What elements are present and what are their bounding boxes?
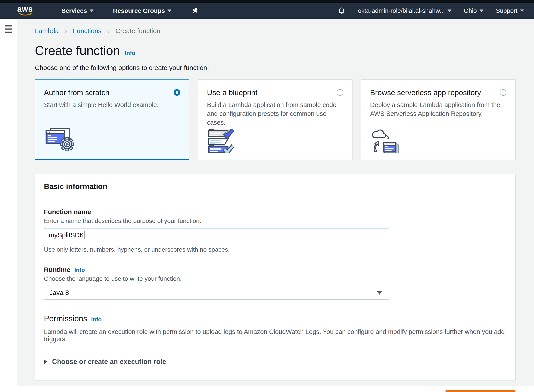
runtime-select[interactable]: Java 8	[44, 286, 389, 299]
card-title: Author from scratch	[44, 88, 109, 97]
runtime-label: Runtime	[44, 266, 70, 273]
chevron-right-icon: ›	[107, 28, 110, 34]
title-info-link[interactable]: Info	[125, 50, 135, 56]
card-description: Build a Lambda application from sample c…	[207, 100, 343, 127]
expander-arrow-icon	[44, 359, 47, 364]
notifications-bell-button[interactable]	[338, 7, 346, 15]
main-content: Lambda › Functions › Create function Cre…	[17, 19, 534, 386]
card-title: Browse serverless app repository	[370, 88, 481, 97]
permissions-info-link[interactable]: Info	[91, 316, 102, 323]
function-name-input[interactable]	[44, 228, 389, 242]
nav-region-menu[interactable]: Ohio	[464, 7, 483, 14]
runtime-selected-value: Java 8	[49, 289, 69, 296]
creation-option-cards: Author from scratch Start with a simple …	[35, 79, 515, 160]
execution-role-expander-label: Choose or create an execution role	[52, 358, 166, 366]
aws-smile-icon	[18, 12, 32, 16]
dropdown-caret-icon	[377, 291, 382, 295]
footer-actions: Cancel Create function	[35, 390, 515, 392]
aws-logo[interactable]: aws	[17, 6, 33, 16]
breadcrumb-lambda[interactable]: Lambda	[35, 27, 59, 35]
runtime-field: Runtime Info Choose the language to use …	[44, 266, 506, 299]
hamburger-menu-button[interactable]	[5, 24, 12, 36]
pushpin-icon	[191, 7, 199, 15]
chevron-down-icon	[447, 9, 451, 12]
radio-use-a-blueprint[interactable]	[337, 89, 343, 96]
chevron-down-icon	[479, 9, 483, 12]
breadcrumb-functions[interactable]: Functions	[73, 27, 102, 35]
function-name-hint: Use only letters, numbers, hyphens, or u…	[44, 246, 506, 253]
chevron-down-icon	[167, 9, 172, 12]
window-top-strip	[0, 0, 534, 3]
function-name-field: Function name Enter a name that describe…	[44, 208, 506, 253]
page-title: Create function	[35, 43, 120, 58]
nav-pin-button[interactable]	[191, 7, 199, 15]
card-author-from-scratch[interactable]: Author from scratch Start with a simple …	[35, 79, 189, 160]
function-name-description: Enter a name that describes the purpose …	[44, 217, 506, 224]
bell-icon	[338, 7, 346, 15]
permissions-section: Permissions Info Lambda will create an e…	[44, 314, 506, 366]
aws-logo-text: aws	[17, 6, 33, 12]
radio-author-from-scratch[interactable]	[174, 89, 180, 96]
card-title: Use a blueprint	[207, 88, 258, 97]
card-use-a-blueprint[interactable]: Use a blueprint Build a Lambda applicati…	[198, 79, 352, 160]
chevron-down-icon	[90, 9, 93, 12]
aws-top-navbar: aws Services Resource Groups o	[0, 3, 534, 19]
nav-account-menu[interactable]: okta-admin-role/bilal.al-shahw...	[358, 7, 451, 14]
nav-services[interactable]: Services	[62, 7, 93, 14]
runtime-info-link[interactable]: Info	[74, 267, 85, 273]
blueprint-checklist-icon	[207, 129, 238, 153]
breadcrumb-current: Create function	[115, 27, 160, 35]
chevron-right-icon: ›	[65, 28, 67, 34]
execution-role-expander[interactable]: Choose or create an execution role	[44, 358, 506, 366]
card-description: Start with a simple Hello World example.	[44, 100, 180, 109]
basic-information-panel: Basic information Function name Enter a …	[35, 174, 515, 380]
permissions-description: Lambda will create an execution role wit…	[44, 328, 506, 343]
page-subtitle: Choose one of the following options to c…	[35, 64, 515, 71]
cloud-deploy-icon	[370, 129, 401, 153]
code-window-gear-icon	[44, 127, 77, 153]
runtime-description: Choose the language to use to write your…	[44, 275, 506, 282]
breadcrumb: Lambda › Functions › Create function	[35, 27, 515, 35]
card-browse-serverless-app-repository[interactable]: Browse serverless app repository Deploy …	[361, 79, 515, 160]
nav-resource-groups[interactable]: Resource Groups	[113, 7, 172, 14]
function-name-label: Function name	[44, 208, 506, 216]
panel-title: Basic information	[44, 182, 506, 191]
text-cursor	[84, 231, 85, 239]
chevron-down-icon	[520, 9, 524, 12]
radio-browse-serverless-app-repository[interactable]	[500, 89, 506, 96]
left-sidebar	[0, 19, 17, 392]
permissions-label: Permissions	[44, 314, 87, 323]
card-description: Deploy a sample Lambda application from …	[370, 100, 506, 118]
create-function-button[interactable]: Create function	[446, 390, 515, 392]
nav-support-menu[interactable]: Support	[496, 7, 524, 14]
